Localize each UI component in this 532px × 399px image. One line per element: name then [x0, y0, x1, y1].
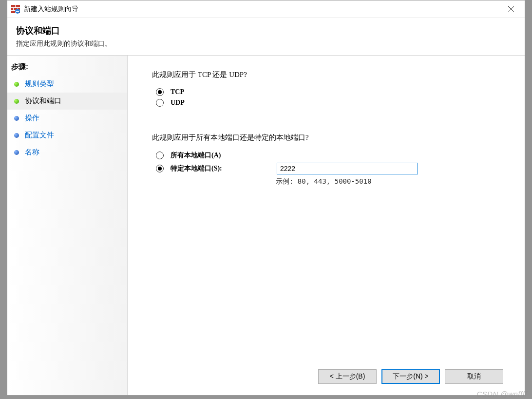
main-content: 此规则应用于 TCP 还是 UDP? TCP UDP 此规则应用于所有本地端口还… [152, 70, 510, 363]
specific-ports-input[interactable] [277, 163, 418, 174]
radio-udp[interactable]: UDP [156, 99, 510, 107]
step-action[interactable]: 操作 [7, 110, 127, 127]
bullet-icon [14, 82, 19, 87]
steps-sidebar: 步骤: 规则类型 协议和端口 操作 配置文件 名称 [7, 56, 128, 395]
radio-icon [156, 88, 164, 96]
svg-rect-8 [16, 11, 19, 12]
step-label: 配置文件 [25, 131, 54, 140]
step-label: 名称 [25, 148, 39, 157]
close-button[interactable] [501, 2, 521, 16]
radio-label: UDP [171, 99, 185, 107]
bullet-icon [14, 116, 19, 121]
steps-heading: 步骤: [7, 60, 127, 76]
radio-all-ports[interactable]: 所有本地端口(A) [156, 151, 510, 160]
cancel-button[interactable]: 取消 [445, 369, 503, 384]
page-subtitle: 指定应用此规则的协议和端口。 [16, 39, 516, 48]
protocol-question: 此规则应用于 TCP 还是 UDP? [152, 70, 510, 79]
radio-label: TCP [171, 88, 184, 96]
firewall-icon [11, 5, 20, 14]
bullet-icon [14, 133, 19, 138]
bullet-icon [14, 99, 19, 104]
step-name[interactable]: 名称 [7, 144, 127, 161]
ports-question: 此规则应用于所有本地端口还是特定的本地端口? [152, 133, 510, 142]
bullet-icon [14, 150, 19, 155]
radio-tcp[interactable]: TCP [156, 88, 510, 96]
wizard-body: 步骤: 规则类型 协议和端口 操作 配置文件 名称 [7, 55, 525, 395]
radio-icon [156, 165, 164, 172]
window-title: 新建入站规则向导 [24, 5, 501, 14]
next-button[interactable]: 下一步(N) > [381, 369, 440, 384]
step-rule-type[interactable]: 规则类型 [7, 76, 127, 93]
step-profile[interactable]: 配置文件 [7, 127, 127, 144]
step-protocol-ports[interactable]: 协议和端口 [7, 93, 127, 110]
back-button[interactable]: < 上一步(B) [318, 369, 377, 384]
radio-label: 所有本地端口(A) [171, 151, 221, 160]
wizard-window: 新建入站规则向导 协议和端口 指定应用此规则的协议和端口。 步骤: 规则类型 协… [7, 0, 525, 396]
wizard-main: 此规则应用于 TCP 还是 UDP? TCP UDP 此规则应用于所有本地端口还… [128, 56, 525, 395]
titlebar: 新建入站规则向导 [7, 0, 525, 18]
step-label: 协议和端口 [25, 96, 61, 106]
radio-label: 特定本地端口(S): [171, 164, 248, 173]
page-title: 协议和端口 [16, 25, 516, 37]
svg-rect-1 [16, 5, 20, 7]
svg-rect-2 [11, 8, 13, 10]
radio-specific-ports[interactable]: 特定本地端口(S): [156, 163, 510, 174]
radio-icon [156, 99, 164, 107]
svg-rect-0 [11, 5, 15, 7]
step-label: 规则类型 [25, 79, 54, 89]
wizard-footer: < 上一步(B) 下一步(N) > 取消 [152, 363, 510, 390]
step-label: 操作 [25, 114, 39, 123]
svg-rect-5 [11, 11, 15, 13]
radio-icon [156, 152, 164, 159]
wizard-header: 协议和端口 指定应用此规则的协议和端口。 [7, 18, 525, 55]
close-icon [508, 6, 514, 13]
ports-example: 示例: 80, 443, 5000-5010 [276, 177, 510, 186]
